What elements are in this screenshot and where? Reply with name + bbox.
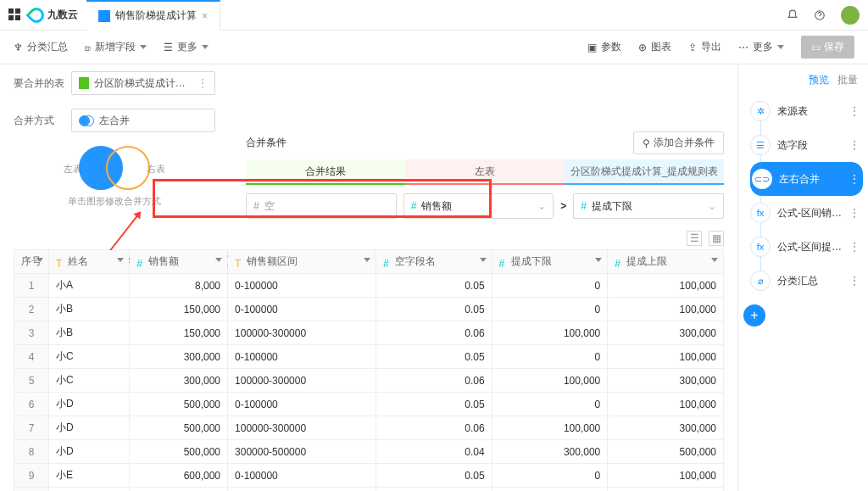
step-item[interactable]: ⊂⊃ 左右合并 ⋮ (750, 162, 863, 196)
merge-table-select[interactable]: 分区阶梯式提成计算_提… ⋮ (71, 71, 215, 95)
cell-sales: 500,000 (130, 440, 228, 464)
cond-empty-slot[interactable]: #空 (246, 193, 397, 219)
bell-icon[interactable] (787, 9, 798, 21)
step-menu-icon[interactable]: ⋮ (849, 139, 860, 151)
step-item[interactable]: fx 公式-区间销… ⋮ (750, 196, 863, 230)
col-header[interactable]: #提成下限 (492, 250, 608, 274)
preview-tab[interactable]: 预览 (809, 73, 829, 87)
chevron-down-icon[interactable] (36, 258, 43, 262)
view-list-icon[interactable]: ☰ (687, 231, 702, 246)
chevron-down-icon[interactable] (364, 258, 370, 262)
save-button[interactable]: ▭保存 (801, 36, 854, 59)
link-icon: ⚲ (643, 137, 650, 149)
row-index: 2 (14, 298, 49, 321)
cond-tab-result[interactable]: 合并结果 (246, 159, 405, 185)
view-grid-icon[interactable]: ▦ (709, 231, 724, 246)
cond-operator[interactable]: > (560, 200, 566, 212)
sheet-icon (79, 77, 89, 89)
step-icon: ⊂⊃ (752, 169, 772, 189)
table-row[interactable]: 7 小D 500,000 100000-300000 0.06 100,000 … (14, 416, 724, 440)
table-row[interactable]: 5 小C 300,000 100000-300000 0.06 100,000 … (14, 369, 724, 393)
chevron-down-icon[interactable] (215, 258, 222, 262)
cell-empty: 0.04 (376, 440, 492, 464)
step-item[interactable]: fx 公式-区间提成… ⋮ (750, 230, 863, 264)
ellipsis-icon[interactable]: ⋮ (198, 77, 208, 89)
step-menu-icon[interactable]: ⋮ (849, 105, 860, 117)
table-row[interactable]: 9 小E 600,000 0-100000 0.05 0 100,000 (14, 464, 724, 488)
brand-text: 九数云 (47, 8, 78, 22)
chevron-down-icon[interactable] (117, 258, 124, 262)
brand-logo[interactable]: 九数云 (29, 8, 78, 23)
export-button[interactable]: ⇪导出 (688, 40, 721, 54)
cell-name: 小D (49, 440, 130, 464)
cell-empty: 0.05 (376, 464, 492, 488)
cell-empty: 0.06 (376, 416, 492, 440)
col-header[interactable]: #销售额 (130, 250, 228, 274)
step-item[interactable]: ⌀ 分类汇总 ⋮ (750, 264, 863, 298)
step-menu-icon[interactable]: ⋮ (849, 207, 860, 219)
cell-range: 100000-300000 (228, 416, 376, 440)
app-titlebar: 九数云 销售阶梯提成计算 × (0, 0, 868, 31)
row-index: 6 (14, 393, 49, 416)
col-header[interactable]: #提成上限 (608, 250, 724, 274)
params-button[interactable]: ▣参数 (587, 40, 621, 54)
add-condition-button[interactable]: ⚲添加合并条件 (633, 131, 724, 154)
step-menu-icon[interactable]: ⋮ (849, 275, 860, 287)
table-row[interactable]: 6 小D 500,000 0-100000 0.05 0 100,000 (14, 393, 724, 416)
group-summary-button[interactable]: ♆分类汇总 (14, 40, 68, 54)
step-item[interactable]: ✲ 来源表 ⋮ (750, 94, 863, 128)
table-row[interactable]: 10 小E 600,000 100000-300000 0.06 100,000… (14, 488, 724, 492)
cell-high: 100,000 (608, 464, 724, 488)
chevron-down-icon[interactable] (480, 258, 487, 262)
step-menu-icon[interactable]: ⋮ (849, 241, 860, 253)
table-row[interactable]: 3 小B 150,000 100000-300000 0.06 100,000 … (14, 321, 724, 345)
cell-sales: 300,000 (130, 369, 228, 393)
step-icon: ✲ (750, 101, 771, 121)
batch-tab[interactable]: 批量 (837, 73, 858, 87)
table-row[interactable]: 4 小C 300,000 0-100000 0.05 0 100,000 (14, 345, 724, 369)
chart-button[interactable]: ⊕图表 (638, 40, 671, 54)
cell-name: 小D (49, 393, 130, 416)
cell-range: 0-100000 (228, 393, 376, 416)
col-header[interactable]: T销售额区间 (228, 250, 376, 274)
apps-launcher-icon[interactable] (8, 8, 22, 22)
close-icon[interactable]: × (202, 10, 208, 22)
cond-tab-left[interactable]: 左表 (405, 159, 565, 185)
col-header[interactable]: #空字段名 (376, 250, 492, 274)
chevron-down-icon[interactable] (711, 258, 718, 262)
cell-high: 300,000 (608, 369, 724, 393)
cell-range: 0-100000 (228, 464, 376, 488)
chevron-down-icon (777, 45, 784, 49)
col-header[interactable]: 序号 (14, 250, 49, 274)
result-grid[interactable]: 序号T姓名#销售额T销售额区间#空字段名#提成下限#提成上限 1 小A 8,00… (0, 249, 737, 491)
cell-sales: 150,000 (130, 321, 228, 345)
table-row[interactable]: 2 小B 150,000 0-100000 0.05 0 100,000 (14, 298, 724, 321)
col-header[interactable]: T姓名 (49, 250, 130, 274)
help-icon[interactable] (814, 9, 826, 21)
cell-range: 0-100000 (228, 274, 376, 298)
cell-low: 100,000 (492, 321, 608, 345)
avatar[interactable] (841, 6, 860, 25)
document-tab[interactable]: 销售阶梯提成计算 × (86, 0, 220, 31)
chevron-down-icon[interactable] (595, 258, 602, 262)
cell-name: 小D (49, 416, 130, 440)
add-step-button[interactable]: + (743, 304, 765, 326)
row-index: 10 (14, 488, 49, 492)
step-item[interactable]: ☰ 选字段 ⋮ (750, 128, 863, 162)
more-actions-1[interactable]: ☰更多 (164, 40, 209, 54)
add-field-button[interactable]: ⎄新增字段 (85, 40, 147, 54)
table-row[interactable]: 1 小A 8,000 0-100000 0.05 0 100,000 (14, 274, 724, 298)
step-label: 公式-区间提成… (777, 240, 843, 254)
step-icon: fx (750, 203, 771, 223)
step-menu-icon[interactable]: ⋮ (849, 173, 860, 185)
table-row[interactable]: 8 小D 500,000 300000-500000 0.04 300,000 … (14, 440, 724, 464)
cond-tab-rule[interactable]: 分区阶梯式提成计算_提成规则表 (565, 159, 724, 185)
chart-doc-icon (98, 10, 110, 22)
more-actions-2[interactable]: ⋯更多 (738, 40, 784, 54)
cell-empty: 0.05 (376, 393, 492, 416)
grid-view-tools: ☰ ▦ (0, 227, 737, 249)
row-index: 7 (14, 416, 49, 440)
cond-right-field[interactable]: #提成下限⌄ (573, 193, 724, 219)
cell-high: 300,000 (608, 321, 724, 345)
cond-left-field[interactable]: #销售额⌄ (403, 193, 554, 219)
